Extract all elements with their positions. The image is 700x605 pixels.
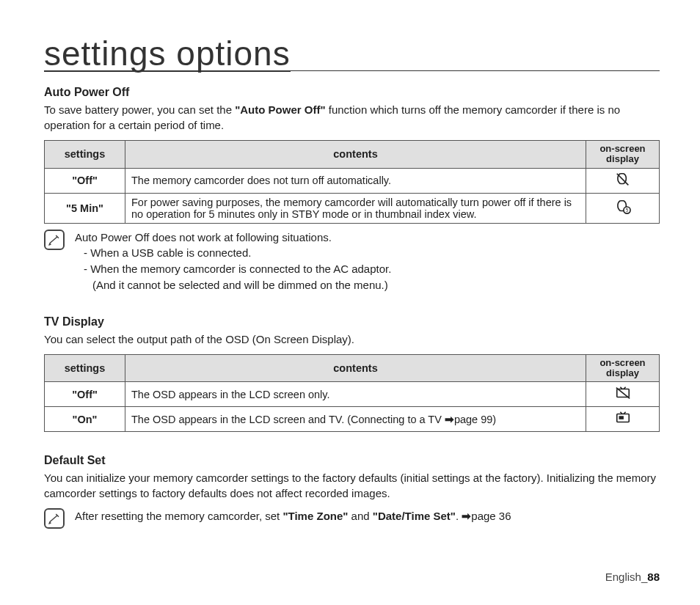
- text: The OSD appears in the LCD screen and TV…: [131, 414, 445, 425]
- note-body: After resetting the memory camcorder, se…: [75, 508, 660, 524]
- heading-default-set: Default Set: [44, 454, 660, 467]
- note-line: - When the memory camcorder is connected…: [75, 261, 660, 277]
- text-bold: "Date/Time Set": [373, 510, 456, 522]
- table-row: "Off" The OSD appears in the LCD screen …: [45, 382, 660, 407]
- th-settings: settings: [45, 141, 125, 169]
- footer-page: 88: [647, 571, 660, 583]
- heading-auto-power-off: Auto Power Off: [44, 86, 660, 99]
- cell-osd: [586, 168, 660, 193]
- section-default-set: Default Set You can initialize your memo…: [44, 454, 660, 529]
- text-bold: "Auto Power Off": [235, 103, 325, 116]
- table-row: "On" The OSD appears in the LCD screen a…: [45, 407, 660, 432]
- th-contents: contents: [125, 141, 586, 169]
- section-auto-power-off: Auto Power Off To save battery power, yo…: [44, 86, 660, 293]
- arrow-icon: ➡: [462, 510, 471, 522]
- page-title: settings options: [44, 37, 291, 72]
- note-line: Auto Power Off does not work at followin…: [75, 230, 660, 246]
- cell-setting: "Off": [45, 382, 125, 407]
- note-line: - When a USB cable is connected.: [75, 245, 660, 261]
- cell-setting: "On": [45, 407, 125, 432]
- note-default-set: After resetting the memory camcorder, se…: [44, 508, 660, 529]
- cell-setting: "Off": [45, 168, 125, 193]
- table-auto-power-off: settings contents on-screen display "Off…: [44, 140, 660, 224]
- desc-auto-power-off: To save battery power, you can set the "…: [44, 102, 660, 133]
- th-osd: on-screen display: [586, 141, 660, 169]
- cell-osd: 5: [586, 193, 660, 223]
- cell-content: The OSD appears in the LCD screen only.: [125, 382, 586, 407]
- footer-lang: English: [605, 571, 641, 583]
- text: To save battery power, you can set the: [44, 103, 235, 116]
- page-footer: English_88: [605, 571, 660, 583]
- cell-content: The OSD appears in the LCD screen and TV…: [125, 407, 586, 432]
- svg-rect-10: [619, 416, 623, 419]
- note-line: (And it cannot be selected and will be d…: [75, 277, 660, 293]
- table-tv-display: settings contents on-screen display "Off…: [44, 354, 660, 433]
- text-bold: "Time Zone": [282, 510, 348, 522]
- svg-text:5: 5: [625, 208, 628, 213]
- desc-default-set: You can initialize your memory camcorder…: [44, 470, 660, 501]
- text: page 99): [454, 414, 496, 425]
- cell-setting: "5 Min": [45, 193, 125, 223]
- note-icon: [44, 508, 65, 529]
- note-body: Auto Power Off does not work at followin…: [75, 230, 660, 293]
- cell-content: The memory camcorder does not turn off a…: [125, 168, 586, 193]
- arrow-icon: ➡: [445, 414, 454, 425]
- text: After resetting the memory camcorder, se…: [75, 510, 282, 522]
- text: and: [348, 510, 372, 522]
- section-tv-display: TV Display You can select the output pat…: [44, 315, 660, 433]
- heading-tv-display: TV Display: [44, 315, 660, 329]
- auto-off-5min-icon: 5: [615, 199, 631, 215]
- table-row: "5 Min" For power saving purposes, the m…: [45, 193, 660, 223]
- cell-osd: [586, 382, 660, 407]
- th-osd: on-screen display: [586, 354, 660, 382]
- cell-content: For power saving purposes, the memory ca…: [125, 193, 586, 223]
- th-settings: settings: [45, 354, 125, 382]
- tv-osd-off-icon: [615, 385, 631, 401]
- desc-tv-display: You can select the output path of the OS…: [44, 331, 660, 347]
- text: page 36: [471, 510, 511, 522]
- note-icon: [44, 230, 65, 250]
- table-row: "Off" The memory camcorder does not turn…: [45, 168, 660, 193]
- note-auto-power-off: Auto Power Off does not work at followin…: [44, 230, 660, 293]
- auto-off-disabled-icon: [615, 172, 631, 188]
- cell-osd: [586, 407, 660, 432]
- th-contents: contents: [125, 354, 586, 382]
- tv-osd-on-icon: [615, 410, 631, 426]
